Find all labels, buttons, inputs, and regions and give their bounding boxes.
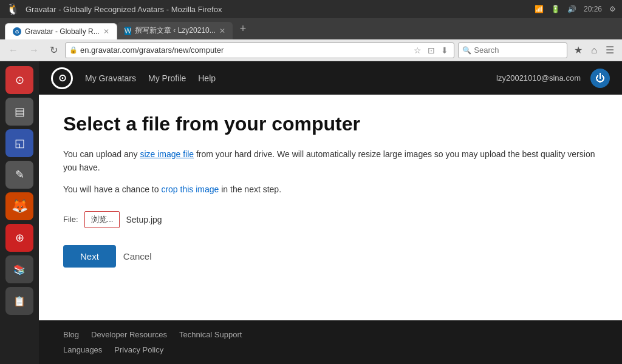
browser-title: Gravatar - Globally Recognized Avatars -… — [26, 5, 222, 14]
url-reader-btn[interactable]: ⊡ — [426, 46, 437, 55]
sidebar-icon-files[interactable]: ▤ — [5, 98, 33, 126]
footer-blog-link[interactable]: Blog — [63, 330, 79, 339]
search-bar-container: 🔍 — [458, 42, 567, 58]
page-title: Select a file from your computer — [63, 113, 598, 135]
footer-languages-link[interactable]: Languages — [63, 345, 102, 354]
wifi-icon: 📶 — [535, 5, 544, 13]
browser-tabs: G Gravatar - Globally R... ✕ W 撰写新文章 ‹ L… — [0, 18, 622, 39]
file-label: File: — [63, 215, 78, 224]
bookmark-star-button[interactable]: ★ — [571, 43, 586, 57]
settings-icon: ⚙ — [609, 5, 616, 13]
sidebar-icon-virtualbox[interactable]: ◱ — [5, 129, 33, 157]
clock: 20:26 — [584, 5, 602, 13]
main-layout: ⊙ ▤ ◱ ✎ 🦊 ⊕ 📚 📋 ⊙ My Gravatars My Profil… — [0, 61, 622, 364]
url-actions: ☆ ⊡ ⬇ — [412, 46, 450, 55]
page-content: ⊙ My Gravatars My Profile Help lzy200210… — [39, 61, 622, 364]
action-buttons: Next Cancel — [63, 245, 598, 268]
cancel-button[interactable]: Cancel — [123, 245, 152, 268]
sidebar-icon-extra1[interactable]: 📚 — [5, 255, 33, 283]
footer-links-primary: Blog Developer Resources Technical Suppo… — [63, 330, 598, 339]
url-bar[interactable] — [80, 46, 409, 55]
browser-toolbar: ← → ↻ 🔒 ☆ ⊡ ⬇ 🔍 ★ ⌂ ☰ — [0, 39, 622, 61]
sidebar-icon-settings[interactable]: ⊕ — [5, 224, 33, 252]
sound-icon: 🔊 — [567, 5, 576, 13]
tab-close-wp[interactable]: ✕ — [219, 27, 225, 35]
size-link[interactable]: size image file — [140, 149, 194, 159]
crop-notice: You will have a chance to crop this imag… — [63, 184, 598, 194]
content-area: Select a file from your computer You can… — [39, 95, 622, 320]
sidebar-icon-extra2[interactable]: 📋 — [5, 287, 33, 315]
nav-help[interactable]: Help — [198, 71, 216, 86]
description-text: You can upload any size image file from … — [63, 147, 598, 175]
menu-button[interactable]: ☰ — [603, 43, 617, 57]
system-tray: 📶 🔋 🔊 20:26 ⚙ — [535, 5, 616, 13]
battery-icon: 🔋 — [551, 5, 560, 13]
gravatar-logo: ⊙ — [51, 67, 73, 89]
url-download-btn[interactable]: ⬇ — [439, 46, 450, 55]
tab-close-gravatar[interactable]: ✕ — [103, 27, 109, 36]
sidebar-icon-ubuntu[interactable]: ⊙ — [5, 66, 33, 94]
gravatar-nav: My Gravatars My Profile Help — [85, 71, 216, 86]
footer-technical-link[interactable]: Technical Support — [179, 330, 242, 339]
sidebar: ⊙ ▤ ◱ ✎ 🦊 ⊕ 📚 📋 — [0, 61, 39, 364]
home-button[interactable]: ⌂ — [588, 43, 600, 57]
url-bar-container: 🔒 ☆ ⊡ ⬇ — [65, 42, 454, 58]
toolbar-right: ★ ⌂ ☰ — [571, 43, 617, 57]
tab-wordpress[interactable]: W 撰写新文章 ‹ Lzy20210... ✕ — [117, 22, 233, 39]
browse-button[interactable]: 浏览... — [84, 211, 120, 228]
tab-label-gravatar: Gravatar - Globally R... — [25, 27, 100, 36]
new-tab-button[interactable]: + — [236, 22, 250, 35]
nav-my-profile[interactable]: My Profile — [148, 71, 186, 86]
ubuntu-icon: 🐧 — [6, 2, 19, 16]
sidebar-icon-texteditor[interactable]: ✎ — [5, 161, 33, 189]
back-button[interactable]: ← — [5, 44, 22, 57]
secure-icon: 🔒 — [69, 46, 78, 54]
footer-links-secondary: Languages Privacy Policy — [63, 345, 598, 354]
search-icon: 🔍 — [462, 46, 471, 55]
forward-button[interactable]: → — [26, 44, 43, 57]
tab-gravatar[interactable]: G Gravatar - Globally R... ✕ — [5, 23, 117, 39]
tab-label-wp: 撰写新文章 ‹ Lzy20210... — [135, 25, 216, 36]
power-button[interactable]: ⏻ — [590, 69, 610, 88]
gravatar-header: ⊙ My Gravatars My Profile Help lzy200210… — [39, 61, 622, 95]
url-bookmark-btn[interactable]: ☆ — [412, 46, 423, 55]
sidebar-icon-firefox[interactable]: 🦊 — [5, 192, 33, 220]
search-input[interactable] — [474, 46, 563, 55]
page-footer: Blog Developer Resources Technical Suppo… — [39, 320, 622, 364]
tab-favicon-wp: W — [125, 27, 131, 35]
tab-favicon-gravatar: G — [13, 27, 21, 36]
browser-titlebar: 🐧 Gravatar - Globally Recognized Avatars… — [0, 0, 622, 18]
footer-privacy-link[interactable]: Privacy Policy — [114, 345, 163, 354]
crop-link[interactable]: crop this image — [161, 184, 219, 194]
nav-my-gravatars[interactable]: My Gravatars — [85, 71, 136, 86]
footer-developer-link[interactable]: Developer Resources — [91, 330, 167, 339]
refresh-button[interactable]: ↻ — [46, 43, 61, 57]
user-email: lzy20021010@sina.com — [496, 73, 581, 83]
next-button[interactable]: Next — [63, 245, 116, 268]
file-input-row: File: 浏览... Setup.jpg — [63, 211, 598, 228]
file-name: Setup.jpg — [126, 215, 162, 224]
